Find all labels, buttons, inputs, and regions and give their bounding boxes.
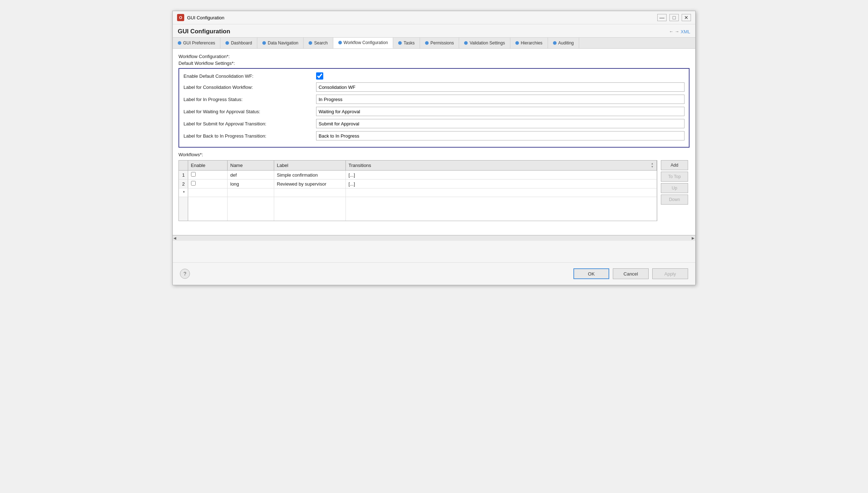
form-text-input[interactable]	[316, 82, 685, 92]
row-transitions[interactable]: [...]	[345, 171, 657, 180]
tab-search[interactable]: Search	[304, 38, 333, 48]
tab-dot	[398, 41, 402, 45]
form-text-input[interactable]	[316, 95, 685, 104]
tab-dot	[425, 41, 429, 45]
form-label: Label for Back to In Progress Transition…	[183, 133, 316, 139]
row-name: long	[227, 180, 274, 188]
tab-label: Dashboard	[231, 40, 252, 46]
tab-hierarchies[interactable]: Hierarchies	[510, 38, 548, 48]
table-new-row: *	[179, 188, 657, 197]
tab-auditing[interactable]: Auditing	[548, 38, 579, 48]
empty-row	[179, 213, 657, 221]
tab-dot	[225, 41, 229, 45]
star-row-cell	[345, 188, 657, 197]
star-row-cell	[227, 188, 274, 197]
form-row: Label for Waiting for Approval Status:	[183, 107, 685, 116]
col-header-label: Label	[274, 161, 345, 171]
app-icon: O	[177, 14, 184, 21]
row-transitions[interactable]: [...]	[345, 180, 657, 188]
default-wf-section: Enable Default Consolidation WF:Label fo…	[178, 68, 690, 148]
content-area: Workflow Configuration*: Default Workflo…	[173, 49, 695, 235]
table-action-buttons: Add To Top Up Down	[661, 160, 690, 221]
tab-label: Tasks	[404, 40, 415, 46]
tab-dot	[553, 41, 557, 45]
workflows-section: Enable Name Label Transiti	[178, 160, 690, 221]
row-number: 1	[179, 171, 188, 180]
form-text-input[interactable]	[316, 107, 685, 116]
form-label: Label for Consolidation Workflow:	[183, 85, 316, 90]
empty-row	[179, 197, 657, 205]
tab-workflow-configuration[interactable]: Workflow Configuration	[333, 38, 394, 48]
tab-label: Workflow Configuration	[344, 40, 388, 45]
form-label: Label for Submit for Approval Transition…	[183, 121, 316, 126]
tab-label: Permissions	[430, 40, 454, 46]
tab-dot	[515, 41, 519, 45]
bottom-scrollbar[interactable]: ◀ ▶	[173, 235, 695, 241]
main-window: O GUI Configuration — □ ✕ GUI Configurat…	[172, 11, 696, 285]
nav-back-button[interactable]: ←	[669, 29, 673, 34]
tab-tasks[interactable]: Tasks	[393, 38, 420, 48]
tab-label: Validation Settings	[469, 40, 505, 46]
add-button[interactable]: Add	[661, 160, 688, 170]
maximize-button[interactable]: □	[669, 14, 679, 21]
tab-dot	[262, 41, 266, 45]
row-enable-checkbox[interactable]	[191, 172, 196, 177]
col-scroll: ▲ ▼	[651, 162, 654, 168]
scroll-left-arrow[interactable]: ◀	[173, 236, 176, 240]
page-header: GUI Configuration ← → XML	[173, 24, 695, 37]
tab-validation-settings[interactable]: Validation Settings	[459, 38, 510, 48]
default-wf-label: Default Workflow Settings*:	[178, 61, 690, 66]
tab-label: Search	[314, 40, 328, 46]
form-label: Label for In Progress Status:	[183, 97, 316, 102]
form-label: Enable Default Consolidation WF:	[183, 73, 316, 79]
workflows-table: Enable Name Label Transiti	[179, 161, 657, 221]
col-header-name: Name	[227, 161, 274, 171]
form-row: Label for Back to In Progress Transition…	[183, 131, 685, 140]
tab-dot	[338, 41, 342, 44]
up-button[interactable]: Up	[661, 183, 688, 193]
xml-nav: ← → XML	[669, 29, 690, 34]
title-bar-left: O GUI Configuration	[177, 14, 224, 21]
tab-data-navigation[interactable]: Data Navigation	[257, 38, 304, 48]
star-row-num: *	[179, 188, 188, 197]
row-number: 2	[179, 180, 188, 188]
star-row-cell	[188, 188, 227, 197]
table-container: Enable Name Label Transiti	[178, 160, 657, 221]
row-enable-checkbox[interactable]	[191, 181, 196, 186]
col-header-enable: Enable	[188, 161, 227, 171]
window-controls: — □ ✕	[657, 14, 691, 21]
tabs-container: GUI PreferencesDashboardData NavigationS…	[173, 37, 695, 49]
empty-row	[179, 205, 657, 213]
tab-gui-preferences[interactable]: GUI Preferences	[173, 38, 220, 48]
minimize-button[interactable]: —	[657, 14, 667, 21]
tab-dashboard[interactable]: Dashboard	[220, 38, 257, 48]
cancel-button[interactable]: Cancel	[613, 268, 649, 279]
tab-label: GUI Preferences	[183, 40, 215, 46]
nav-forward-button[interactable]: →	[675, 29, 679, 34]
down-button[interactable]: Down	[661, 195, 688, 205]
to-top-button[interactable]: To Top	[661, 172, 688, 182]
window-title: GUI Configuration	[187, 15, 224, 20]
row-name: def	[227, 171, 274, 180]
tab-dot	[178, 41, 181, 45]
enable-checkbox[interactable]	[316, 72, 323, 80]
tab-permissions[interactable]: Permissions	[420, 38, 459, 48]
workflows-label: Workflows*:	[178, 152, 690, 157]
form-text-input[interactable]	[316, 131, 685, 140]
row-label: Simple confirmation	[274, 171, 345, 180]
spacer	[173, 241, 695, 262]
close-button[interactable]: ✕	[682, 14, 691, 21]
form-row: Enable Default Consolidation WF:	[183, 72, 685, 80]
apply-button[interactable]: Apply	[652, 268, 688, 279]
ok-button[interactable]: OK	[573, 268, 609, 279]
xml-button[interactable]: XML	[681, 29, 690, 34]
help-button[interactable]: ?	[180, 269, 190, 279]
scroll-right-arrow[interactable]: ▶	[692, 236, 695, 240]
row-enable-cell	[188, 171, 227, 180]
tab-label: Data Navigation	[268, 40, 298, 46]
footer-left: ?	[180, 269, 190, 279]
page-title: GUI Configuration	[178, 28, 230, 35]
table-row: 1defSimple confirmation[...]	[179, 171, 657, 180]
form-text-input[interactable]	[316, 119, 685, 128]
form-row: Label for Submit for Approval Transition…	[183, 119, 685, 128]
